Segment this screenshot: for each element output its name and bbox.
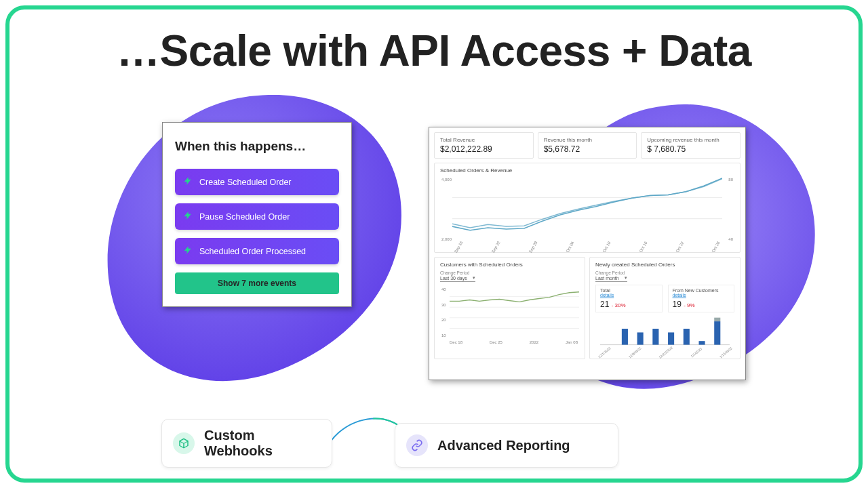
x-axis: 12/1/2022 12/8/2022 12/22/2022 1/1/2023 … (595, 350, 734, 354)
period-select[interactable]: Last month (595, 275, 627, 282)
x-axis: Sep 16 Sep 22 Sep 28 Oct 04 Oct 10 Oct 1… (440, 242, 734, 246)
svg-rect-13 (699, 341, 705, 344)
y-axis-left: 4,0002,000 (441, 178, 452, 241)
bolt-icon (183, 211, 193, 222)
period-label: Change Period (440, 270, 579, 275)
stat-label: Revenue this month (544, 137, 631, 143)
y-axis: 40302010 (441, 287, 446, 338)
x-axis: Dec 18Dec 252022Jan 08 (440, 340, 579, 344)
event-label: Scheduled Order Processed (199, 247, 306, 256)
feature-label: Advanced Reporting (437, 438, 570, 453)
kpi-new-customers: From New Customers details 19 - 9% (668, 285, 735, 312)
webhooks-panel: When this happens… Create Scheduled Orde… (162, 122, 352, 307)
kpi-title: From New Customers (673, 288, 730, 293)
show-more-events[interactable]: Show 7 more events (175, 272, 339, 294)
feature-reporting: Advanced Reporting (395, 423, 618, 468)
link-icon (406, 434, 428, 456)
bar-chart-svg (595, 315, 734, 349)
stat-revenue-month: Revenue this month $5,678.72 (538, 132, 637, 159)
stat-upcoming: Upcoming revenue this month $ 7,680.75 (641, 132, 741, 159)
stat-row: Total Revenue $2,012,222.89 Revenue this… (434, 132, 741, 159)
bolt-icon (183, 245, 193, 257)
customers-chart: Customers with Scheduled Orders Change P… (434, 257, 585, 359)
kpi-value: 21 - 30% (600, 300, 658, 309)
chart-title: Newly created Scheduled Orders (595, 262, 734, 268)
svg-rect-11 (668, 332, 674, 344)
event-create-order[interactable]: Create Scheduled Order (175, 169, 339, 195)
period-label: Change Period (595, 270, 734, 275)
stat-value: $ 7,680.75 (647, 144, 734, 154)
event-pause-order[interactable]: Pause Scheduled Order (175, 203, 339, 230)
kpi-value: 19 - 9% (673, 300, 730, 309)
feature-webhooks: Custom Webhooks (161, 419, 332, 468)
bolt-icon (183, 176, 193, 188)
svg-rect-14 (714, 321, 720, 345)
feature-label: Custom Webhooks (204, 428, 304, 459)
kpi-delta: - 30% (612, 302, 626, 308)
svg-rect-15 (714, 318, 720, 321)
event-order-processed[interactable]: Scheduled Order Processed (175, 238, 339, 264)
main-chart: Scheduled Orders & Revenue 4,0002,000 80… (434, 163, 741, 253)
chart-title: Customers with Scheduled Orders (440, 262, 579, 268)
period-select[interactable]: Last 30 days (440, 275, 475, 282)
y-axis-right: 8040 (728, 178, 733, 241)
kpi-link[interactable]: details (600, 293, 658, 298)
new-orders-chart: Newly created Scheduled Orders Change Pe… (589, 257, 741, 359)
svg-rect-9 (637, 332, 644, 344)
chart-title: Scheduled Orders & Revenue (440, 167, 734, 174)
event-label: Create Scheduled Order (199, 178, 292, 187)
kpi-title: Total (600, 288, 658, 293)
event-label: Pause Scheduled Order (199, 212, 290, 222)
stat-value: $2,012,222.89 (440, 144, 528, 154)
stat-total-revenue: Total Revenue $2,012,222.89 (434, 132, 534, 159)
svg-rect-12 (684, 329, 690, 345)
kpi-total: Total details 21 - 30% (595, 285, 663, 312)
line-chart-svg (440, 176, 734, 241)
svg-rect-10 (652, 329, 658, 345)
stat-value: $5,678.72 (544, 144, 631, 154)
kpi-link[interactable]: details (673, 293, 730, 298)
line-chart-svg (440, 286, 579, 339)
stat-label: Upcoming revenue this month (647, 137, 734, 143)
webhooks-title: When this happens… (175, 139, 339, 154)
reporting-panel: Total Revenue $2,012,222.89 Revenue this… (429, 127, 746, 380)
kpi-delta: - 9% (684, 302, 694, 308)
page-title: …Scale with API Access + Data (0, 26, 868, 76)
svg-rect-8 (622, 329, 628, 345)
cube-icon (173, 432, 195, 454)
stat-label: Total Revenue (440, 137, 528, 143)
